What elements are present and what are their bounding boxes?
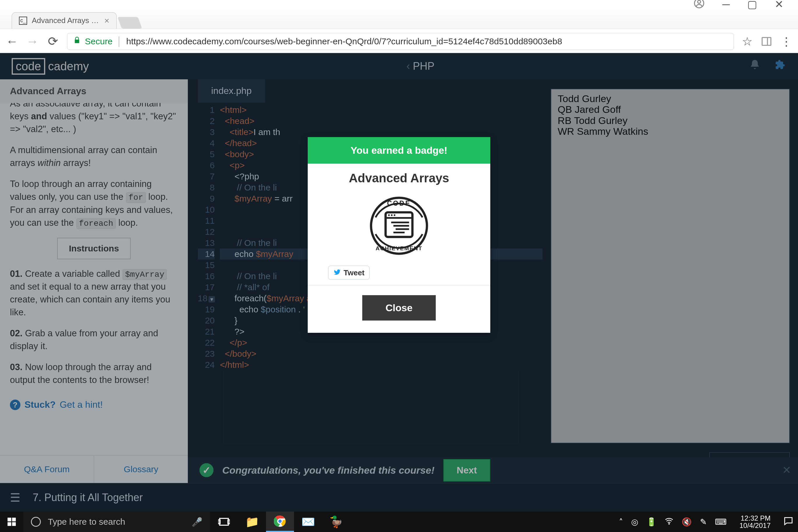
tray-chevron-icon[interactable]: ˄ <box>619 517 623 527</box>
file-explorer-icon[interactable]: 📁 <box>238 512 266 532</box>
tray-pen-icon[interactable]: ✎ <box>700 517 707 527</box>
back-button[interactable]: ← <box>6 34 18 49</box>
svg-rect-19 <box>12 522 16 526</box>
tray-location-icon[interactable]: ◎ <box>631 517 638 527</box>
close-tab-icon[interactable]: × <box>104 16 109 26</box>
action-center-icon[interactable] <box>783 516 793 528</box>
panels-icon[interactable] <box>761 36 772 47</box>
url-field[interactable]: Secure │ https://www.codecademy.com/cour… <box>67 33 734 50</box>
favicon-icon: c_ <box>19 17 27 25</box>
svg-point-1 <box>698 0 701 3</box>
svg-rect-20 <box>220 518 228 525</box>
modal-footer: Close <box>308 285 490 333</box>
system-tray: ˄ ◎ 🔋 🔇 ✎ ⌨ 12:32 PM 10/4/2017 <box>614 514 798 529</box>
badge-icon: CODE ACHIEVEMENT <box>365 192 433 259</box>
new-tab-button[interactable] <box>117 17 142 28</box>
modal-title: Advanced Arrays <box>308 164 490 188</box>
tab-strip: c_ Advanced Arrays | Codec × <box>0 9 798 28</box>
modal-banner: You earned a badge! <box>308 137 490 164</box>
task-view-icon[interactable] <box>210 512 238 532</box>
search-placeholder: Type here to search <box>48 517 125 527</box>
mail-icon[interactable]: ✉️ <box>294 512 322 532</box>
taskbar-clock[interactable]: 12:32 PM 10/4/2017 <box>735 514 775 529</box>
secure-label: Secure <box>85 36 113 46</box>
tray-battery-icon[interactable]: 🔋 <box>646 517 657 527</box>
app-area: codecademy ‹PHP Advanced Arrays As an as… <box>0 53 798 512</box>
duck-icon[interactable]: 🦆 <box>322 512 350 532</box>
reload-button[interactable]: ⟳ <box>47 34 59 49</box>
svg-text:ACHIEVEMENT: ACHIEVEMENT <box>376 245 423 251</box>
window-titlebar: ─ ▢ ✕ <box>0 0 798 9</box>
svg-point-9 <box>388 214 390 216</box>
close-button[interactable]: Close <box>362 295 436 321</box>
minimize-button[interactable]: ─ <box>722 0 730 11</box>
badge-modal: You earned a badge! Advanced Arrays CODE… <box>308 137 490 333</box>
forward-button: → <box>26 34 38 49</box>
profile-icon[interactable] <box>694 0 705 12</box>
close-window-button[interactable]: ✕ <box>775 0 783 11</box>
chrome-menu-icon[interactable]: ⋮ <box>780 35 792 48</box>
clock-date: 10/4/2017 <box>739 522 771 529</box>
taskbar-pinned: 📁 ✉️ 🦆 <box>210 512 350 532</box>
taskbar-search[interactable]: Type here to search 🎤 <box>23 512 210 532</box>
tray-volume-icon[interactable]: 🔇 <box>682 517 692 527</box>
svg-rect-17 <box>12 518 16 521</box>
start-button[interactable] <box>0 512 23 532</box>
browser-tab[interactable]: c_ Advanced Arrays | Codec × <box>12 12 117 28</box>
cortana-icon <box>31 517 41 527</box>
chrome-icon[interactable] <box>266 512 294 532</box>
tweet-label: Tweet <box>344 268 365 278</box>
svg-point-11 <box>394 214 396 216</box>
svg-point-25 <box>278 519 282 523</box>
microphone-icon[interactable]: 🎤 <box>192 517 203 527</box>
clock-time: 12:32 PM <box>739 514 771 522</box>
windows-taskbar: Type here to search 🎤 📁 ✉️ 🦆 ˄ ◎ 🔋 🔇 ✎ ⌨… <box>0 512 798 532</box>
svg-point-10 <box>391 214 393 216</box>
url-text: https://www.codecademy.com/courses/web-b… <box>126 36 562 46</box>
svg-rect-2 <box>762 37 771 45</box>
svg-point-26 <box>669 523 670 524</box>
svg-text:CODE: CODE <box>387 200 411 207</box>
tray-wifi-icon[interactable] <box>665 516 673 527</box>
address-bar: ← → ⟳ Secure │ https://www.codecademy.co… <box>0 28 798 54</box>
svg-rect-16 <box>7 518 12 521</box>
browser-chrome: ─ ▢ ✕ c_ Advanced Arrays | Codec × ← → ⟳… <box>0 0 798 53</box>
tab-title: Advanced Arrays | Codec <box>32 16 99 25</box>
svg-rect-18 <box>7 522 12 526</box>
maximize-button[interactable]: ▢ <box>747 0 757 11</box>
svg-point-0 <box>695 0 704 7</box>
tweet-button[interactable]: Tweet <box>328 266 369 280</box>
tray-keyboard-icon[interactable]: ⌨ <box>715 517 726 527</box>
lock-icon <box>73 36 81 47</box>
bookmark-star-icon[interactable]: ☆ <box>742 35 753 48</box>
twitter-icon <box>333 268 341 278</box>
url-separator: │ <box>117 36 122 46</box>
